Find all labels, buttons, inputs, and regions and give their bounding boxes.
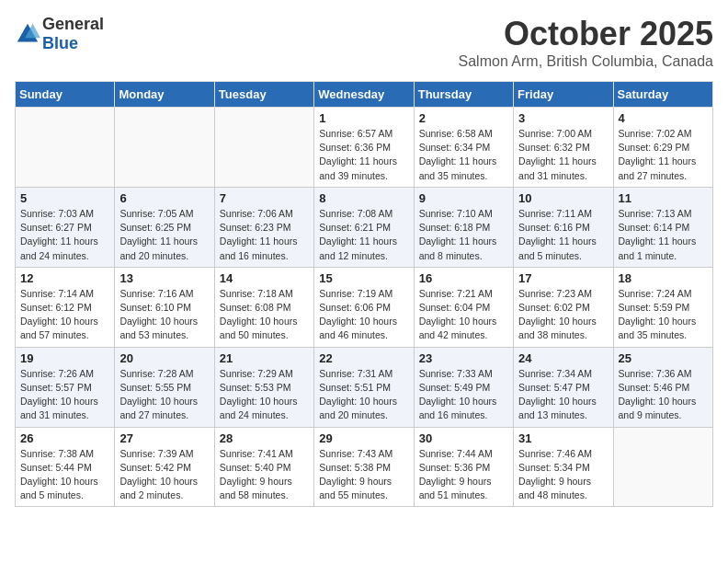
day-cell: 8Sunrise: 7:08 AM Sunset: 6:21 PM Daylig… xyxy=(314,187,414,267)
day-info: Sunrise: 7:06 AM Sunset: 6:23 PM Dayligh… xyxy=(220,207,309,263)
day-info: Sunrise: 7:41 AM Sunset: 5:40 PM Dayligh… xyxy=(220,447,309,503)
day-info: Sunrise: 7:23 AM Sunset: 6:02 PM Dayligh… xyxy=(518,287,608,343)
weekday-header-row: SundayMondayTuesdayWednesdayThursdayFrid… xyxy=(16,82,713,108)
day-info: Sunrise: 7:24 AM Sunset: 5:59 PM Dayligh… xyxy=(619,287,708,343)
day-number: 14 xyxy=(220,271,309,285)
day-number: 13 xyxy=(119,271,209,285)
day-number: 25 xyxy=(619,351,708,365)
day-info: Sunrise: 7:10 AM Sunset: 6:18 PM Dayligh… xyxy=(419,207,508,263)
day-info: Sunrise: 7:14 AM Sunset: 6:12 PM Dayligh… xyxy=(20,287,109,343)
day-number: 27 xyxy=(119,431,209,445)
day-number: 16 xyxy=(419,271,508,285)
logo-blue-text: Blue xyxy=(42,34,78,52)
day-number: 18 xyxy=(619,271,708,285)
day-info: Sunrise: 7:44 AM Sunset: 5:36 PM Dayligh… xyxy=(419,447,508,503)
day-number: 29 xyxy=(319,431,408,445)
day-number: 31 xyxy=(518,431,608,445)
day-info: Sunrise: 7:33 AM Sunset: 5:49 PM Dayligh… xyxy=(419,367,508,423)
day-number: 6 xyxy=(119,191,209,205)
day-number: 20 xyxy=(119,351,209,365)
day-info: Sunrise: 7:21 AM Sunset: 6:04 PM Dayligh… xyxy=(419,287,508,343)
week-row-2: 5Sunrise: 7:03 AM Sunset: 6:27 PM Daylig… xyxy=(16,187,713,267)
day-cell: 29Sunrise: 7:43 AM Sunset: 5:38 PM Dayli… xyxy=(314,427,414,507)
day-number: 10 xyxy=(518,191,608,205)
day-cell xyxy=(16,108,115,188)
day-cell: 17Sunrise: 7:23 AM Sunset: 6:02 PM Dayli… xyxy=(514,267,613,347)
day-info: Sunrise: 6:58 AM Sunset: 6:34 PM Dayligh… xyxy=(419,127,508,183)
day-cell: 14Sunrise: 7:18 AM Sunset: 6:08 PM Dayli… xyxy=(214,267,313,347)
weekday-header-thursday: Thursday xyxy=(414,82,513,108)
page-header: General Blue October 2025 Salmon Arm, Br… xyxy=(15,15,713,70)
day-cell: 31Sunrise: 7:46 AM Sunset: 5:34 PM Dayli… xyxy=(514,427,613,507)
day-cell: 23Sunrise: 7:33 AM Sunset: 5:49 PM Dayli… xyxy=(414,347,513,427)
day-info: Sunrise: 7:34 AM Sunset: 5:47 PM Dayligh… xyxy=(518,367,608,423)
day-number: 15 xyxy=(319,271,408,285)
day-number: 8 xyxy=(319,191,408,205)
day-cell: 15Sunrise: 7:19 AM Sunset: 6:06 PM Dayli… xyxy=(314,267,414,347)
day-info: Sunrise: 7:18 AM Sunset: 6:08 PM Dayligh… xyxy=(220,287,309,343)
day-cell: 2Sunrise: 6:58 AM Sunset: 6:34 PM Daylig… xyxy=(414,108,513,188)
day-info: Sunrise: 7:46 AM Sunset: 5:34 PM Dayligh… xyxy=(518,447,608,503)
day-number: 3 xyxy=(518,111,608,125)
day-info: Sunrise: 6:57 AM Sunset: 6:36 PM Dayligh… xyxy=(319,127,408,183)
calendar-table: SundayMondayTuesdayWednesdayThursdayFrid… xyxy=(15,81,713,507)
day-number: 9 xyxy=(419,191,508,205)
title-block: October 2025 Salmon Arm, British Columbi… xyxy=(459,15,713,70)
week-row-5: 26Sunrise: 7:38 AM Sunset: 5:44 PM Dayli… xyxy=(16,427,713,507)
day-cell: 9Sunrise: 7:10 AM Sunset: 6:18 PM Daylig… xyxy=(414,187,513,267)
day-cell: 12Sunrise: 7:14 AM Sunset: 6:12 PM Dayli… xyxy=(16,267,115,347)
day-info: Sunrise: 7:43 AM Sunset: 5:38 PM Dayligh… xyxy=(319,447,408,503)
day-cell: 20Sunrise: 7:28 AM Sunset: 5:55 PM Dayli… xyxy=(115,347,214,427)
day-number: 1 xyxy=(319,111,408,125)
day-number: 2 xyxy=(419,111,508,125)
day-cell: 7Sunrise: 7:06 AM Sunset: 6:23 PM Daylig… xyxy=(214,187,313,267)
day-number: 26 xyxy=(20,431,109,445)
day-cell: 11Sunrise: 7:13 AM Sunset: 6:14 PM Dayli… xyxy=(613,187,712,267)
day-info: Sunrise: 7:29 AM Sunset: 5:53 PM Dayligh… xyxy=(220,367,309,423)
day-info: Sunrise: 7:11 AM Sunset: 6:16 PM Dayligh… xyxy=(518,207,608,263)
day-number: 7 xyxy=(220,191,309,205)
day-cell xyxy=(115,108,214,188)
day-number: 17 xyxy=(518,271,608,285)
weekday-header-monday: Monday xyxy=(115,82,214,108)
day-cell: 27Sunrise: 7:39 AM Sunset: 5:42 PM Dayli… xyxy=(115,427,214,507)
day-number: 19 xyxy=(20,351,109,365)
day-info: Sunrise: 7:31 AM Sunset: 5:51 PM Dayligh… xyxy=(319,367,408,423)
day-cell: 4Sunrise: 7:02 AM Sunset: 6:29 PM Daylig… xyxy=(613,108,712,188)
day-info: Sunrise: 7:05 AM Sunset: 6:25 PM Dayligh… xyxy=(119,207,209,263)
day-number: 24 xyxy=(518,351,608,365)
day-info: Sunrise: 7:26 AM Sunset: 5:57 PM Dayligh… xyxy=(20,367,109,423)
day-cell: 6Sunrise: 7:05 AM Sunset: 6:25 PM Daylig… xyxy=(115,187,214,267)
weekday-header-saturday: Saturday xyxy=(613,82,712,108)
day-cell: 16Sunrise: 7:21 AM Sunset: 6:04 PM Dayli… xyxy=(414,267,513,347)
day-info: Sunrise: 7:13 AM Sunset: 6:14 PM Dayligh… xyxy=(619,207,708,263)
day-info: Sunrise: 7:08 AM Sunset: 6:21 PM Dayligh… xyxy=(319,207,408,263)
day-number: 12 xyxy=(20,271,109,285)
month-title: October 2025 xyxy=(459,15,713,53)
weekday-header-wednesday: Wednesday xyxy=(314,82,414,108)
day-cell: 3Sunrise: 7:00 AM Sunset: 6:32 PM Daylig… xyxy=(514,108,613,188)
day-cell: 10Sunrise: 7:11 AM Sunset: 6:16 PM Dayli… xyxy=(514,187,613,267)
day-number: 30 xyxy=(419,431,508,445)
day-number: 11 xyxy=(619,191,708,205)
logo-icon xyxy=(15,21,40,47)
day-number: 23 xyxy=(419,351,508,365)
day-number: 5 xyxy=(20,191,109,205)
day-cell: 28Sunrise: 7:41 AM Sunset: 5:40 PM Dayli… xyxy=(214,427,313,507)
day-cell: 13Sunrise: 7:16 AM Sunset: 6:10 PM Dayli… xyxy=(115,267,214,347)
day-info: Sunrise: 7:00 AM Sunset: 6:32 PM Dayligh… xyxy=(518,127,608,183)
day-cell: 19Sunrise: 7:26 AM Sunset: 5:57 PM Dayli… xyxy=(16,347,115,427)
day-info: Sunrise: 7:38 AM Sunset: 5:44 PM Dayligh… xyxy=(20,447,109,503)
weekday-header-sunday: Sunday xyxy=(16,82,115,108)
day-number: 4 xyxy=(619,111,708,125)
day-cell: 18Sunrise: 7:24 AM Sunset: 5:59 PM Dayli… xyxy=(613,267,712,347)
day-cell xyxy=(214,108,313,188)
weekday-header-friday: Friday xyxy=(514,82,613,108)
day-info: Sunrise: 7:19 AM Sunset: 6:06 PM Dayligh… xyxy=(319,287,408,343)
day-cell: 30Sunrise: 7:44 AM Sunset: 5:36 PM Dayli… xyxy=(414,427,513,507)
day-number: 22 xyxy=(319,351,408,365)
week-row-4: 19Sunrise: 7:26 AM Sunset: 5:57 PM Dayli… xyxy=(16,347,713,427)
day-cell: 24Sunrise: 7:34 AM Sunset: 5:47 PM Dayli… xyxy=(514,347,613,427)
week-row-1: 1Sunrise: 6:57 AM Sunset: 6:36 PM Daylig… xyxy=(16,108,713,188)
day-number: 21 xyxy=(220,351,309,365)
